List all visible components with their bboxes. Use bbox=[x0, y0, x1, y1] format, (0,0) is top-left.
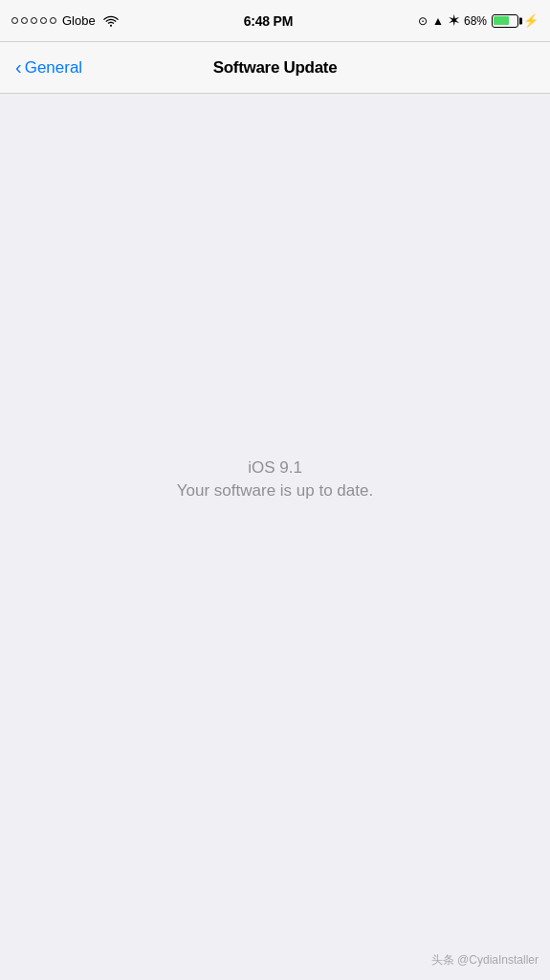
watermark: 头条 @CydiaInstaller bbox=[431, 952, 539, 969]
signal-dot-3 bbox=[31, 17, 37, 24]
status-left: Globe bbox=[11, 13, 119, 28]
carrier-name: Globe bbox=[62, 13, 96, 28]
back-button[interactable]: ‹ General bbox=[8, 51, 90, 85]
status-bar: Globe 6:48 PM ⊙ ▲ ✶ 68% ⚡ bbox=[0, 0, 550, 42]
up-to-date-message: Your software is up to date. bbox=[177, 481, 373, 501]
back-button-label: General bbox=[25, 58, 82, 78]
screen-lock-icon: ⊙ bbox=[418, 14, 428, 28]
signal-dot-1 bbox=[11, 17, 18, 24]
location-icon: ▲ bbox=[432, 14, 444, 28]
page-title: Software Update bbox=[213, 58, 338, 78]
signal-dot-2 bbox=[21, 17, 28, 24]
update-info: iOS 9.1 Your software is up to date. bbox=[177, 458, 373, 501]
battery-fill bbox=[494, 16, 509, 25]
signal-dots bbox=[11, 17, 56, 24]
status-right: ⊙ ▲ ✶ 68% ⚡ bbox=[418, 13, 539, 28]
battery-percent-label: 68% bbox=[464, 14, 487, 28]
navigation-bar: ‹ General Software Update bbox=[0, 42, 550, 94]
charging-icon: ⚡ bbox=[523, 13, 539, 28]
signal-dot-4 bbox=[40, 17, 47, 24]
ios-version-label: iOS 9.1 bbox=[248, 458, 302, 478]
status-time: 6:48 PM bbox=[244, 13, 294, 29]
back-chevron-icon: ‹ bbox=[15, 57, 22, 77]
battery-indicator bbox=[492, 14, 518, 28]
bluetooth-icon: ✶ bbox=[449, 13, 459, 28]
signal-dot-5 bbox=[50, 17, 56, 24]
main-content: iOS 9.1 Your software is up to date. bbox=[0, 94, 550, 980]
wifi-icon bbox=[103, 15, 119, 27]
